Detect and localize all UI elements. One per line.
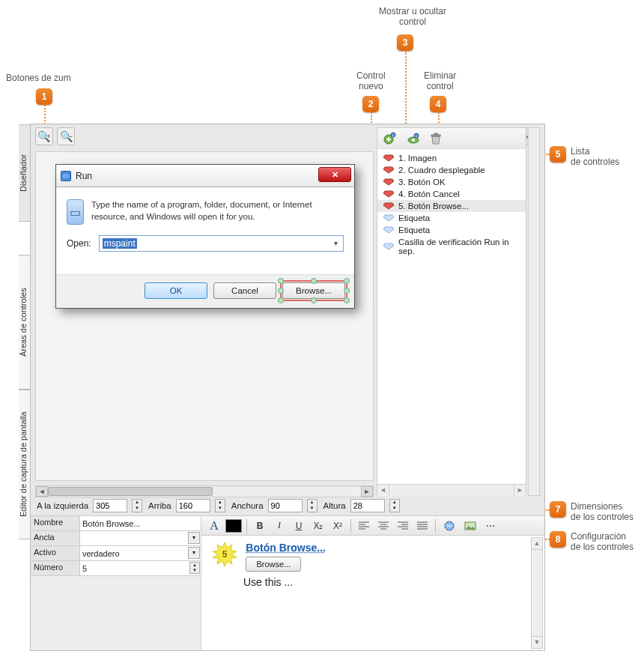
control-item-label: 5. Botón Browse... <box>398 202 469 211</box>
more-button[interactable]: ⋯ <box>482 518 499 533</box>
scroll-left-arrow[interactable]: ◄ <box>377 485 389 496</box>
controls-list: 1. Imagen2. Cuadro desplegable3. Botón O… <box>377 149 526 260</box>
cancel-button[interactable]: Cancel <box>213 282 276 299</box>
controls-toolbar: i i <box>377 128 526 149</box>
width-input[interactable] <box>268 499 303 512</box>
chevron-down-icon[interactable]: ▾ <box>188 547 200 559</box>
align-justify-button[interactable] <box>414 518 431 533</box>
caption-title[interactable]: Botón Browse... <box>246 542 326 554</box>
gem-icon <box>383 202 394 210</box>
prop-active-label: Activo <box>31 546 80 560</box>
resize-handle[interactable] <box>344 297 350 303</box>
superscript-button[interactable]: X² <box>329 518 346 533</box>
scroll-down-arrow[interactable]: ▼ <box>532 636 542 648</box>
design-canvas[interactable]: ▭ Run ✕ ▭ Type the name of a program, fo… <box>35 151 374 481</box>
insert-image-button[interactable] <box>461 518 479 533</box>
align-left-button[interactable] <box>356 518 372 533</box>
scroll-track[interactable] <box>389 485 514 496</box>
prop-number-value[interactable]: 5▲▼ <box>80 561 201 575</box>
resize-handle[interactable] <box>278 278 284 284</box>
tab-control-areas[interactable]: Áreas de controles <box>19 255 31 390</box>
italic-button[interactable]: I <box>271 518 288 533</box>
align-center-button[interactable] <box>375 518 392 533</box>
delete-control-button[interactable] <box>428 131 443 146</box>
svg-rect-2 <box>388 137 389 142</box>
ok-button[interactable]: OK <box>145 282 207 299</box>
align-right-button[interactable] <box>395 518 411 533</box>
resize-handle[interactable] <box>344 288 350 294</box>
prop-anchor-label: Ancla <box>31 531 80 545</box>
svg-marker-18 <box>383 243 394 249</box>
scroll-left-arrow[interactable]: ◄ <box>36 486 48 497</box>
resize-handle[interactable] <box>278 297 284 303</box>
controls-vertical-scrollbar[interactable] <box>528 127 540 496</box>
left-input[interactable] <box>93 499 127 512</box>
svg-text:i: i <box>416 134 416 139</box>
controls-panel: i i 1. Imagen2. Cuadro desplegable3. Bot… <box>377 127 526 496</box>
height-label: Altura <box>323 501 346 510</box>
insert-link-button[interactable] <box>440 518 458 533</box>
add-control-button[interactable]: i <box>383 131 398 146</box>
left-spinner[interactable]: ▲▼ <box>132 499 142 512</box>
prop-name-value[interactable]: Botón Browse... <box>80 516 201 530</box>
scroll-thumb[interactable] <box>48 487 213 496</box>
scroll-up-arrow[interactable]: ▲ <box>532 538 542 550</box>
prop-anchor-value[interactable]: ▾ <box>80 531 201 545</box>
callout-zoom-label: Botones de zum <box>6 73 71 83</box>
font-button[interactable]: A <box>206 518 222 533</box>
height-input[interactable] <box>350 499 385 512</box>
toggle-visibility-button[interactable]: i <box>406 131 421 146</box>
height-spinner[interactable]: ▲▼ <box>389 499 400 512</box>
open-combobox[interactable]: mspaint ▾ <box>99 235 344 252</box>
control-list-item[interactable]: 1. Imagen <box>377 152 526 164</box>
run-dialog-titlebar[interactable]: ▭ Run ✕ <box>56 165 354 187</box>
zoom-out-button[interactable]: 🔍− <box>57 127 75 145</box>
control-list-item[interactable]: 3. Botón OK <box>377 176 526 188</box>
control-list-item[interactable]: Etiqueta <box>377 224 526 236</box>
callout-marker-8: 8 <box>550 531 566 548</box>
bold-button[interactable]: B <box>252 518 268 533</box>
resize-handle[interactable] <box>278 288 284 294</box>
top-input[interactable] <box>176 499 210 512</box>
chevron-down-icon[interactable]: ▾ <box>329 237 341 249</box>
width-spinner[interactable]: ▲▼ <box>307 499 318 512</box>
properties-panel: NombreBotón Browse... Ancla▾ Activoverda… <box>31 515 201 650</box>
controls-horizontal-scrollbar[interactable]: ◄ ► <box>377 484 526 496</box>
control-list-item[interactable]: Casilla de verificación Run in sep. <box>377 236 526 257</box>
close-button[interactable]: ✕ <box>318 167 351 182</box>
top-spinner[interactable]: ▲▼ <box>215 499 225 512</box>
scroll-track[interactable] <box>48 486 361 497</box>
resize-handle[interactable] <box>311 278 317 284</box>
callout-marker-5: 5 <box>550 146 566 163</box>
scroll-right-arrow[interactable]: ► <box>361 486 373 497</box>
chevron-down-icon[interactable]: ▾ <box>188 532 200 544</box>
browse-button[interactable]: Browse... <box>282 282 345 299</box>
control-list-item[interactable]: Etiqueta <box>377 212 526 224</box>
scroll-right-arrow[interactable]: ► <box>514 485 526 496</box>
text-color-button[interactable] <box>225 519 242 533</box>
callout-marker-7: 7 <box>550 501 566 518</box>
underline-button[interactable]: U <box>291 518 307 533</box>
resize-handle[interactable] <box>344 278 350 284</box>
open-label: Open: <box>67 238 91 249</box>
tab-designer[interactable]: Diseñador <box>19 124 31 222</box>
caption-body-text[interactable]: Use this ... <box>243 576 534 588</box>
zoom-in-button[interactable]: 🔍+ <box>35 127 53 145</box>
gem-icon <box>383 214 394 222</box>
browse-button-label: Browse... <box>296 286 332 295</box>
canvas-horizontal-scrollbar[interactable]: ◄ ► <box>35 485 374 497</box>
marker-starburst-icon: 5 <box>212 542 237 567</box>
resize-handle[interactable] <box>311 297 317 303</box>
subscript-button[interactable]: X₂ <box>310 518 326 533</box>
control-list-item[interactable]: 2. Cuadro desplegable <box>377 164 526 176</box>
tab-screenshot-editor[interactable]: Editor de captura de pantalla <box>19 390 31 539</box>
number-spinner[interactable]: ▲▼ <box>189 562 200 574</box>
top-label: Arriba <box>148 501 171 510</box>
svg-text:5: 5 <box>222 549 228 560</box>
prop-active-value[interactable]: verdadero▾ <box>80 546 201 560</box>
editor-vertical-scrollbar[interactable]: ▲ ▼ <box>531 537 543 649</box>
callout-conf-label: Configuración de los controles <box>571 531 634 553</box>
control-list-item[interactable]: 5. Botón Browse... <box>377 200 526 212</box>
control-list-item[interactable]: 4. Botón Cancel <box>377 188 526 200</box>
editor-content[interactable]: 5 Botón Browse... Browse... Use this ... <box>201 536 544 594</box>
